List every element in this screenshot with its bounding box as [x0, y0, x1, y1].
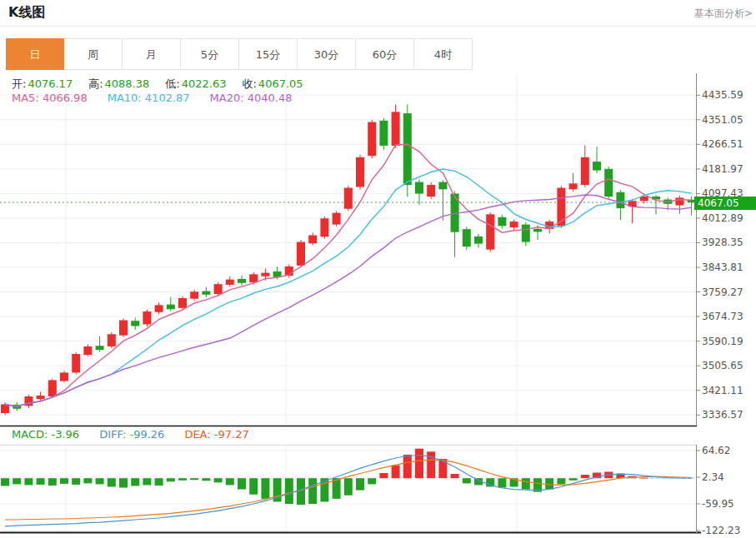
macd-bar-positive — [403, 455, 412, 478]
macd-bar-negative — [522, 478, 530, 489]
tab-week[interactable]: 周 — [64, 38, 123, 70]
macd-bar-negative — [202, 478, 210, 481]
candle-up — [392, 112, 400, 146]
axis-label: 4435.59 — [702, 89, 743, 101]
candle-down — [438, 182, 447, 190]
axis-label: -122.23 — [702, 525, 740, 536]
macd-bar-negative — [226, 478, 234, 485]
tab-5min[interactable]: 5分 — [181, 38, 239, 70]
macd-bar-negative — [285, 478, 293, 504]
candle-up — [249, 274, 258, 282]
candle-down — [616, 192, 624, 208]
axis-label: 3674.73 — [702, 311, 743, 322]
axis-label: 4012.89 — [702, 212, 743, 224]
candle-up — [178, 298, 187, 308]
macd-bar-negative — [24, 478, 33, 485]
macd-bar-negative — [261, 478, 269, 499]
candle-down — [167, 305, 175, 310]
macd-bar-negative — [344, 478, 353, 496]
candle-up — [83, 346, 92, 355]
candle-up — [48, 381, 57, 397]
candle-down — [604, 169, 613, 197]
fundamental-analysis-link[interactable]: 基本面分析> — [694, 7, 753, 21]
macd-bar-negative — [13, 478, 21, 484]
macd-bar-negative — [463, 478, 471, 483]
candle-down — [415, 182, 423, 194]
candle-up — [308, 236, 317, 244]
tab-month[interactable]: 月 — [123, 38, 181, 70]
ma10-value: MA10: 4102.87 — [108, 92, 190, 104]
tab-15min[interactable]: 15分 — [239, 38, 298, 70]
axis-label: 3928.35 — [702, 237, 743, 248]
page-title: K线图 — [8, 4, 45, 22]
candle-down — [533, 229, 542, 232]
macd-bar-positive — [438, 459, 447, 478]
macd-bar-negative — [155, 478, 163, 486]
candle-up — [226, 280, 234, 285]
candle-down — [379, 121, 388, 146]
axis-label: 2.34 — [702, 471, 724, 483]
candle-down — [131, 321, 139, 326]
ma5-value: MA5: 4066.98 — [12, 92, 88, 104]
dea-value: DEA: -97.27 — [184, 428, 248, 441]
candle-down — [593, 162, 601, 170]
macd-bar-negative — [190, 478, 198, 480]
candle-up — [37, 396, 45, 399]
axis-label: 4181.97 — [702, 163, 743, 175]
candle-down — [96, 346, 104, 350]
axis-label: 3843.81 — [702, 262, 743, 273]
tab-day[interactable]: 日 — [6, 38, 64, 70]
candle-up — [320, 218, 328, 237]
candle-up — [356, 157, 364, 187]
candle-up — [510, 222, 518, 227]
macd-bar-negative — [297, 478, 305, 505]
axis-label: 3505.65 — [702, 360, 743, 371]
macd-bar-negative — [48, 478, 57, 486]
ma20-value: MA20: 4040.48 — [210, 92, 293, 104]
macd-bar-positive — [392, 466, 400, 478]
current-price-tag: 4067.05 — [694, 197, 756, 210]
macd-indicator-row: MACD: -3.96 DIFF: -99.26 DEA: -97.27 — [12, 428, 269, 441]
axis-label: 3759.27 — [702, 286, 743, 298]
macd-bar-negative — [238, 478, 246, 489]
tab-60min[interactable]: 60分 — [356, 38, 414, 70]
macd-bar-negative — [143, 478, 151, 485]
candle-up — [675, 197, 683, 205]
axis-label: 4351.05 — [702, 114, 743, 126]
macd-bar-negative — [96, 478, 104, 484]
macd-bar-positive — [581, 475, 589, 478]
candle-up — [557, 188, 565, 227]
candle-up — [214, 284, 223, 294]
ma20-line — [5, 195, 692, 406]
macd-bar-negative — [569, 478, 578, 481]
macd-bar-negative — [108, 478, 116, 486]
candle-down — [403, 113, 412, 185]
candlestick-chart: 4435.594351.054266.514181.974097.434012.… — [0, 73, 756, 538]
macd-bar-negative — [178, 478, 187, 481]
macd-bar-negative — [167, 478, 175, 481]
macd-bar-negative — [249, 478, 258, 495]
ohlc-row: 开:4076.17 高:4088.38 低:4022.63 收:4067.05 — [12, 77, 319, 92]
ma-row: MA5: 4066.98 MA10: 4102.87 MA20: 4040.48 — [12, 92, 313, 104]
interval-tabs: 日 周 月 5分 15分 30分 60分 4时 — [6, 38, 473, 70]
axis-label: -59.95 — [702, 498, 734, 510]
close-quote: 收:4067.05 — [242, 77, 303, 92]
tab-30min[interactable]: 30分 — [298, 38, 356, 70]
macd-bar-negative — [214, 478, 223, 482]
candle-up — [261, 273, 269, 276]
axis-label: 3421.11 — [702, 385, 743, 396]
axis-label: 3590.19 — [702, 336, 743, 347]
candle-up — [119, 321, 128, 336]
diff-value: DIFF: -99.26 — [99, 428, 164, 441]
tab-4hour[interactable]: 4时 — [414, 38, 473, 70]
macd-bar-negative — [545, 478, 553, 489]
candle-down — [498, 217, 506, 226]
macd-bar-negative — [72, 478, 80, 485]
candle-up — [368, 122, 376, 157]
candle-up — [333, 213, 341, 225]
candle-up — [108, 334, 116, 346]
kline-widget: { "header": { "title": "K线图", "link": "基… — [0, 0, 756, 538]
axis-label: 64.62 — [702, 445, 730, 456]
title-bar: K线图 基本面分析> — [0, 0, 756, 27]
macd-bar-positive — [379, 473, 388, 478]
